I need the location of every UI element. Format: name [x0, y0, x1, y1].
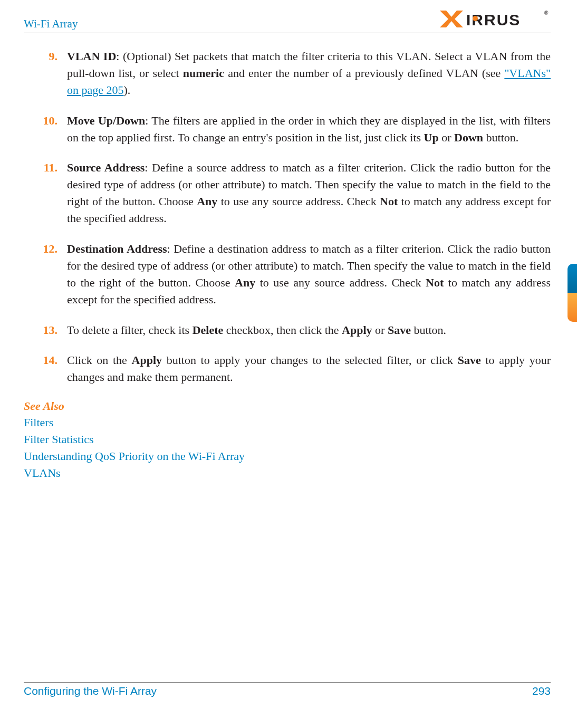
- bold-term: Apply: [132, 353, 162, 367]
- list-item-number: 14.: [40, 352, 57, 386]
- see-also-link[interactable]: VLANs: [24, 465, 551, 482]
- text-run: or: [439, 131, 454, 144]
- bold-term: Save: [388, 323, 411, 337]
- list-item: 13.To delete a filter, check its Delete …: [40, 322, 551, 339]
- list-item-number: 10.: [40, 112, 57, 146]
- list-item: 11.Source Address: Define a source addre…: [40, 159, 551, 227]
- page-header: Wi-Fi Array IRRUS ®: [24, 9, 551, 31]
- text-run: or: [372, 323, 388, 337]
- text-run: button.: [483, 131, 518, 144]
- xirrus-logo-icon: IRRUS ®: [440, 9, 551, 28]
- side-tab-icon: [568, 264, 577, 322]
- text-run: checkbox, then click the: [223, 323, 342, 337]
- list-item-body: Destination Address: Define a destinatio…: [67, 241, 551, 308]
- list-item-number: 11.: [40, 159, 57, 227]
- text-run: To delete a filter, check its: [67, 323, 193, 337]
- numbered-list: 9.VLAN ID: (Optional) Set packets that m…: [40, 48, 551, 386]
- bold-term: Up: [424, 131, 439, 144]
- bold-term: Save: [458, 353, 481, 367]
- svg-text:®: ®: [544, 10, 549, 16]
- text-run: button to apply your changes to the sele…: [162, 353, 458, 367]
- bold-term: Not: [426, 276, 444, 289]
- bold-term: Delete: [193, 323, 224, 337]
- text-run: to use any source address. Check: [255, 276, 426, 289]
- see-also-link[interactable]: Filter Statistics: [24, 431, 551, 448]
- see-also-heading: See Also: [24, 399, 551, 413]
- bold-term: Destination Address: [67, 242, 167, 255]
- list-item: 10.Move Up/Down: The filters are applied…: [40, 112, 551, 146]
- footer-page-number: 293: [532, 685, 551, 697]
- bold-term: Not: [380, 195, 398, 208]
- footer-divider: [24, 682, 551, 683]
- list-item-body: Source Address: Define a source address …: [67, 159, 551, 227]
- list-item-body: Click on the Apply button to apply your …: [67, 352, 551, 386]
- svg-point-2: [473, 16, 478, 21]
- page-footer: Configuring the Wi-Fi Array 293: [24, 685, 551, 697]
- header-title: Wi-Fi Array: [24, 17, 78, 31]
- list-item-number: 13.: [40, 322, 57, 339]
- text-run: button.: [411, 323, 446, 337]
- text-run: ).: [124, 83, 131, 97]
- header-divider: [24, 33, 551, 33]
- footer-section-title: Configuring the Wi-Fi Array: [24, 685, 157, 697]
- list-item: 12.Destination Address: Define a destina…: [40, 241, 551, 308]
- page: Wi-Fi Array IRRUS ® 9.VLAN ID: (Optional…: [0, 0, 577, 728]
- bold-term: Source Address: [67, 161, 145, 174]
- bold-term: Down: [454, 131, 483, 144]
- list-item: 14.Click on the Apply button to apply yo…: [40, 352, 551, 386]
- see-also-link[interactable]: Filters: [24, 414, 551, 431]
- svg-marker-0: [440, 11, 463, 27]
- list-item-body: VLAN ID: (Optional) Set packets that mat…: [67, 48, 551, 99]
- list-item-body: To delete a filter, check its Delete che…: [67, 322, 551, 339]
- list-item: 9.VLAN ID: (Optional) Set packets that m…: [40, 48, 551, 99]
- bold-term: Any: [197, 195, 217, 208]
- bold-term: VLAN ID: [67, 50, 116, 63]
- bold-term: numeric: [183, 66, 224, 80]
- list-item-number: 12.: [40, 241, 57, 308]
- list-item-number: 9.: [40, 48, 57, 99]
- see-also-link[interactable]: Understanding QoS Priority on the Wi-Fi …: [24, 448, 551, 465]
- text-run: Click on the: [67, 353, 132, 367]
- brand-logo: IRRUS ®: [440, 9, 551, 31]
- bold-term: Any: [235, 276, 255, 289]
- bold-term: Move Up/Down: [67, 114, 145, 127]
- bold-term: Apply: [342, 323, 372, 337]
- text-run: to use any source address. Check: [217, 195, 380, 208]
- list-item-body: Move Up/Down: The filters are applied in…: [67, 112, 551, 146]
- see-also-links: FiltersFilter StatisticsUnderstanding Qo…: [24, 414, 551, 482]
- text-run: and enter the number of a previously def…: [224, 66, 504, 80]
